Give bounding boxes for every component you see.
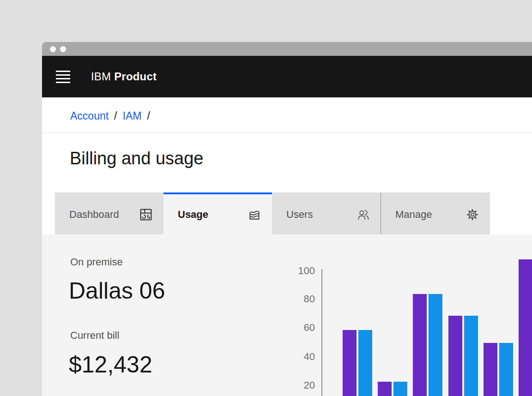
app-header: IBM Product	[42, 56, 532, 97]
breadcrumb-link-iam[interactable]: IAM	[123, 109, 142, 122]
y-axis-tick: 60	[287, 322, 315, 333]
y-axis-tick: 40	[287, 351, 315, 362]
gear-icon	[466, 208, 479, 221]
brand-prefix: IBM	[91, 70, 111, 83]
area-chart-icon	[248, 208, 261, 221]
brand-name: Product	[114, 70, 157, 83]
tab-label: Usage	[178, 209, 208, 221]
window-control-dot[interactable]	[60, 46, 66, 52]
tab-bar: Dashboard Usage Users	[42, 192, 532, 234]
location-label: On premise	[70, 256, 123, 268]
users-icon	[357, 208, 369, 221]
breadcrumb-separator: /	[114, 109, 117, 122]
tab-label: Manage	[395, 209, 432, 221]
tab-manage[interactable]: Manage	[381, 192, 490, 234]
brand-title: IBM Product	[91, 70, 157, 83]
desktop-background: { "header": { "brand_prefix": "IBM", "br…	[0, 0, 532, 396]
y-axis-tick: 100	[287, 265, 315, 276]
tab-label: Users	[286, 209, 313, 221]
breadcrumb-link-account[interactable]: Account	[70, 109, 109, 122]
y-axis-line	[321, 269, 322, 396]
window-titlebar	[42, 42, 532, 56]
menu-icon[interactable]	[56, 71, 70, 83]
tab-dashboard[interactable]: Dashboard	[55, 192, 163, 234]
y-axis-tick: 20	[287, 380, 315, 391]
tab-users[interactable]: Users	[272, 192, 381, 234]
browser-window: IBM Product Account / IAM / Billing and …	[42, 42, 532, 396]
tab-usage[interactable]: Usage	[163, 192, 272, 234]
bill-label: Current bill	[70, 330, 119, 342]
page-title: Billing and usage	[70, 148, 203, 168]
breadcrumb: Account / IAM /	[70, 109, 150, 122]
header-divider	[42, 132, 532, 133]
dashboard-icon	[139, 208, 152, 221]
y-axis-tick: 80	[287, 294, 315, 305]
location-value: Dallas 06	[69, 278, 165, 304]
window-control-dot[interactable]	[50, 46, 56, 52]
bill-value: $12,432	[69, 352, 152, 378]
breadcrumb-separator: /	[147, 109, 150, 122]
tab-label: Dashboard	[69, 209, 119, 221]
